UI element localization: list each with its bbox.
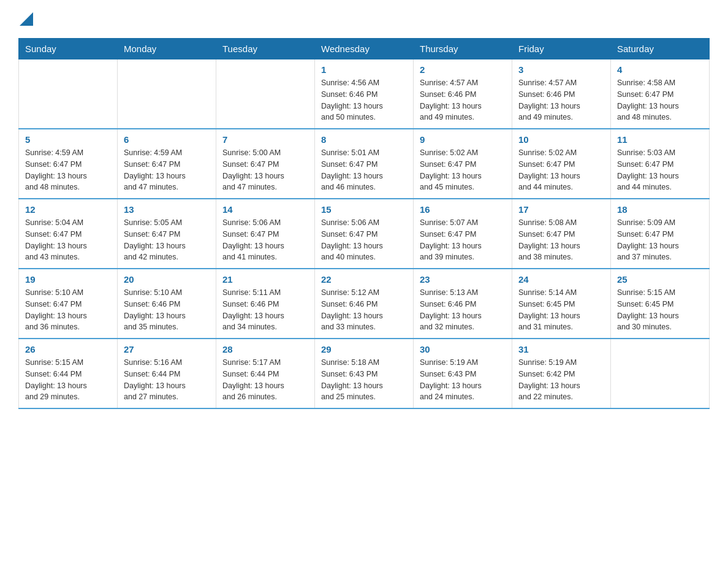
day-number: 2 (420, 64, 506, 75)
day-info: Sunrise: 4:56 AM Sunset: 6:46 PM Dayligh… (321, 77, 407, 123)
calendar-week-row: 26Sunrise: 5:15 AM Sunset: 6:44 PM Dayli… (19, 339, 710, 408)
calendar-cell: 27Sunrise: 5:16 AM Sunset: 6:44 PM Dayli… (118, 339, 216, 408)
calendar-cell: 31Sunrise: 5:19 AM Sunset: 6:42 PM Dayli… (512, 339, 611, 408)
calendar-cell: 18Sunrise: 5:09 AM Sunset: 6:47 PM Dayli… (611, 199, 710, 269)
day-info: Sunrise: 5:01 AM Sunset: 6:47 PM Dayligh… (321, 147, 407, 193)
calendar-cell: 1Sunrise: 4:56 AM Sunset: 6:46 PM Daylig… (315, 59, 414, 129)
day-number: 25 (617, 274, 703, 285)
day-info: Sunrise: 5:18 AM Sunset: 6:43 PM Dayligh… (321, 357, 407, 403)
header-sunday: Sunday (19, 39, 118, 59)
day-number: 23 (420, 274, 506, 285)
calendar-cell: 20Sunrise: 5:10 AM Sunset: 6:46 PM Dayli… (118, 269, 216, 339)
day-number: 20 (124, 274, 210, 285)
day-number: 8 (321, 134, 407, 145)
calendar-cell: 8Sunrise: 5:01 AM Sunset: 6:47 PM Daylig… (315, 129, 414, 199)
header-friday: Friday (512, 39, 611, 59)
day-number: 11 (617, 134, 703, 145)
header-tuesday: Tuesday (216, 39, 315, 59)
day-number: 16 (420, 204, 506, 215)
calendar-cell: 26Sunrise: 5:15 AM Sunset: 6:44 PM Dayli… (19, 339, 118, 408)
day-info: Sunrise: 5:15 AM Sunset: 6:45 PM Dayligh… (617, 287, 703, 333)
day-info: Sunrise: 5:00 AM Sunset: 6:47 PM Dayligh… (222, 147, 308, 193)
calendar-week-row: 12Sunrise: 5:04 AM Sunset: 6:47 PM Dayli… (19, 199, 710, 269)
calendar-cell: 16Sunrise: 5:07 AM Sunset: 6:47 PM Dayli… (414, 199, 512, 269)
day-number: 14 (222, 204, 308, 215)
day-number: 29 (321, 344, 407, 354)
day-number: 5 (25, 134, 111, 145)
header-thursday: Thursday (414, 39, 512, 59)
day-info: Sunrise: 5:15 AM Sunset: 6:44 PM Dayligh… (25, 357, 111, 403)
day-info: Sunrise: 5:02 AM Sunset: 6:47 PM Dayligh… (518, 147, 604, 193)
calendar-week-row: 1Sunrise: 4:56 AM Sunset: 6:46 PM Daylig… (19, 59, 710, 129)
calendar-cell: 5Sunrise: 4:59 AM Sunset: 6:47 PM Daylig… (19, 129, 118, 199)
day-info: Sunrise: 5:10 AM Sunset: 6:47 PM Dayligh… (25, 287, 111, 333)
calendar-cell: 24Sunrise: 5:14 AM Sunset: 6:45 PM Dayli… (512, 269, 611, 339)
calendar-cell: 13Sunrise: 5:05 AM Sunset: 6:47 PM Dayli… (118, 199, 216, 269)
day-info: Sunrise: 4:59 AM Sunset: 6:47 PM Dayligh… (124, 147, 210, 193)
day-info: Sunrise: 4:57 AM Sunset: 6:46 PM Dayligh… (420, 77, 506, 123)
day-info: Sunrise: 5:13 AM Sunset: 6:46 PM Dayligh… (420, 287, 506, 333)
calendar-cell: 25Sunrise: 5:15 AM Sunset: 6:45 PM Dayli… (611, 269, 710, 339)
calendar-cell (611, 339, 710, 408)
page-header (18, 12, 710, 28)
calendar-week-row: 5Sunrise: 4:59 AM Sunset: 6:47 PM Daylig… (19, 129, 710, 199)
calendar-cell: 11Sunrise: 5:03 AM Sunset: 6:47 PM Dayli… (611, 129, 710, 199)
day-info: Sunrise: 5:12 AM Sunset: 6:46 PM Dayligh… (321, 287, 407, 333)
day-info: Sunrise: 5:03 AM Sunset: 6:47 PM Dayligh… (617, 147, 703, 193)
calendar-cell: 15Sunrise: 5:06 AM Sunset: 6:47 PM Dayli… (315, 199, 414, 269)
day-info: Sunrise: 5:09 AM Sunset: 6:47 PM Dayligh… (617, 217, 703, 263)
day-info: Sunrise: 5:10 AM Sunset: 6:46 PM Dayligh… (124, 287, 210, 333)
day-info: Sunrise: 5:11 AM Sunset: 6:46 PM Dayligh… (222, 287, 308, 333)
logo-icon (20, 12, 33, 26)
calendar-cell: 17Sunrise: 5:08 AM Sunset: 6:47 PM Dayli… (512, 199, 611, 269)
day-info: Sunrise: 5:19 AM Sunset: 6:43 PM Dayligh… (420, 357, 506, 403)
day-info: Sunrise: 4:59 AM Sunset: 6:47 PM Dayligh… (25, 147, 111, 193)
day-number: 15 (321, 204, 407, 215)
day-number: 3 (518, 64, 604, 75)
day-info: Sunrise: 5:06 AM Sunset: 6:47 PM Dayligh… (321, 217, 407, 263)
day-info: Sunrise: 5:08 AM Sunset: 6:47 PM Dayligh… (518, 217, 604, 263)
day-info: Sunrise: 5:07 AM Sunset: 6:47 PM Dayligh… (420, 217, 506, 263)
day-info: Sunrise: 4:58 AM Sunset: 6:47 PM Dayligh… (617, 77, 703, 123)
calendar-cell: 2Sunrise: 4:57 AM Sunset: 6:46 PM Daylig… (414, 59, 512, 129)
calendar-cell (216, 59, 315, 129)
day-number: 28 (222, 344, 308, 354)
calendar-cell: 28Sunrise: 5:17 AM Sunset: 6:44 PM Dayli… (216, 339, 315, 408)
calendar-cell: 12Sunrise: 5:04 AM Sunset: 6:47 PM Dayli… (19, 199, 118, 269)
calendar-cell: 14Sunrise: 5:06 AM Sunset: 6:47 PM Dayli… (216, 199, 315, 269)
day-number: 27 (124, 344, 210, 354)
calendar-cell: 21Sunrise: 5:11 AM Sunset: 6:46 PM Dayli… (216, 269, 315, 339)
header-saturday: Saturday (611, 39, 710, 59)
calendar-cell: 22Sunrise: 5:12 AM Sunset: 6:46 PM Dayli… (315, 269, 414, 339)
day-number: 6 (124, 134, 210, 145)
calendar-cell: 10Sunrise: 5:02 AM Sunset: 6:47 PM Dayli… (512, 129, 611, 199)
calendar-cell: 6Sunrise: 4:59 AM Sunset: 6:47 PM Daylig… (118, 129, 216, 199)
calendar-cell: 29Sunrise: 5:18 AM Sunset: 6:43 PM Dayli… (315, 339, 414, 408)
calendar-header-row: SundayMondayTuesdayWednesdayThursdayFrid… (19, 39, 710, 59)
calendar-cell: 19Sunrise: 5:10 AM Sunset: 6:47 PM Dayli… (19, 269, 118, 339)
day-number: 22 (321, 274, 407, 285)
day-info: Sunrise: 5:19 AM Sunset: 6:42 PM Dayligh… (518, 357, 604, 403)
day-number: 30 (420, 344, 506, 354)
calendar-week-row: 19Sunrise: 5:10 AM Sunset: 6:47 PM Dayli… (19, 269, 710, 339)
day-number: 17 (518, 204, 604, 215)
calendar-table: SundayMondayTuesdayWednesdayThursdayFrid… (18, 38, 710, 409)
day-number: 1 (321, 64, 407, 75)
calendar-cell: 9Sunrise: 5:02 AM Sunset: 6:47 PM Daylig… (414, 129, 512, 199)
day-number: 19 (25, 274, 111, 285)
day-info: Sunrise: 5:02 AM Sunset: 6:47 PM Dayligh… (420, 147, 506, 193)
day-info: Sunrise: 5:05 AM Sunset: 6:47 PM Dayligh… (124, 217, 210, 263)
day-number: 18 (617, 204, 703, 215)
day-info: Sunrise: 5:06 AM Sunset: 6:47 PM Dayligh… (222, 217, 308, 263)
day-info: Sunrise: 4:57 AM Sunset: 6:46 PM Dayligh… (518, 77, 604, 123)
day-info: Sunrise: 5:14 AM Sunset: 6:45 PM Dayligh… (518, 287, 604, 333)
day-number: 24 (518, 274, 604, 285)
day-number: 7 (222, 134, 308, 145)
day-number: 4 (617, 64, 703, 75)
svg-marker-0 (20, 12, 33, 26)
day-number: 26 (25, 344, 111, 354)
calendar-cell: 23Sunrise: 5:13 AM Sunset: 6:46 PM Dayli… (414, 269, 512, 339)
calendar-cell: 7Sunrise: 5:00 AM Sunset: 6:47 PM Daylig… (216, 129, 315, 199)
header-monday: Monday (118, 39, 216, 59)
day-info: Sunrise: 5:04 AM Sunset: 6:47 PM Dayligh… (25, 217, 111, 263)
